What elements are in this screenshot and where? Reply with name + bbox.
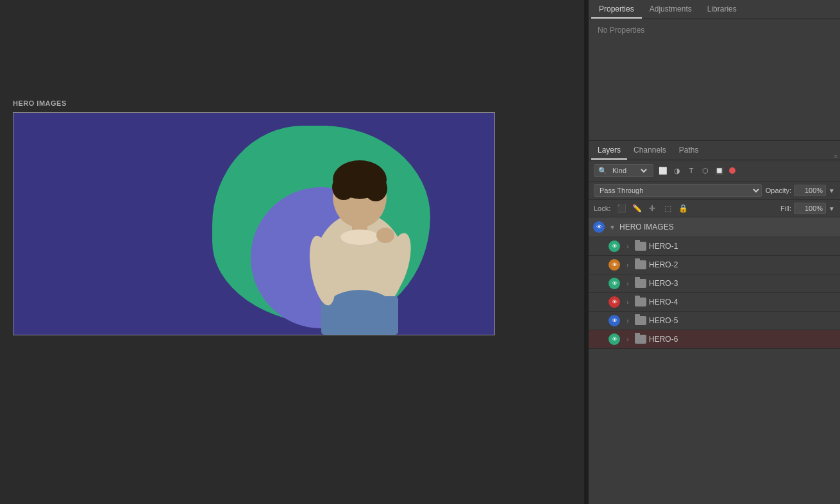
visibility-toggle-hero-3[interactable]: 👁 — [608, 277, 621, 290]
blend-opacity-row: Pass Through Normal Multiply Screen Over… — [589, 181, 840, 200]
eye-indicator: 👁 — [609, 333, 620, 345]
layer-group-name: HERO IMAGES — [619, 223, 836, 231]
folder-icon — [635, 298, 646, 307]
filter-search-group: 🔍 Kind Name Effect Mode Attribute Color — [594, 164, 653, 177]
filter-image-icon[interactable]: ⬜ — [657, 165, 669, 176]
visibility-toggle-hero-1[interactable]: 👁 — [608, 240, 621, 253]
layer-expand-chevron[interactable]: › — [623, 279, 632, 288]
visibility-toggle-hero-6[interactable]: 👁 — [608, 333, 621, 346]
layer-group-hero-images[interactable]: 👁 ▼ HERO IMAGES — [589, 217, 840, 237]
visibility-toggle-hero-5[interactable]: 👁 — [608, 314, 621, 327]
person-figure — [276, 136, 443, 335]
filter-icons-group: ⬜ ◑ T ⬡ 🔲 — [657, 165, 735, 176]
svg-point-11 — [376, 228, 394, 243]
folder-icon — [635, 335, 646, 344]
layer-name-hero-3: HERO-3 — [649, 279, 836, 288]
search-icon: 🔍 — [598, 167, 607, 175]
canvas-frame — [13, 112, 495, 335]
svg-point-4 — [364, 176, 387, 201]
layer-item-hero-6[interactable]: 👁 › HERO-6 — [589, 330, 840, 349]
fill-chevron-icon[interactable]: ▼ — [828, 205, 835, 212]
visibility-toggle-hero-images[interactable]: 👁 — [592, 221, 605, 233]
tab-layers[interactable]: Layers — [591, 142, 627, 160]
filter-smart-icon[interactable]: 🔲 — [714, 165, 725, 176]
lock-fill-row: Lock: ⬛ ✏️ ✛ ⬚ 🔒 Fill: ▼ — [589, 200, 840, 217]
layer-name-hero-6: HERO-6 — [649, 335, 836, 344]
filter-text-icon[interactable]: T — [685, 165, 697, 176]
opacity-group: Opacity: ▼ — [766, 185, 835, 196]
right-panel: Properties Adjustments Libraries No Prop… — [588, 0, 840, 504]
canvas-label: HERO IMAGES — [13, 99, 571, 107]
layer-name-hero-2: HERO-2 — [649, 260, 836, 269]
opacity-input[interactable] — [794, 185, 826, 196]
no-properties-text: No Properties — [598, 26, 644, 35]
eye-indicator: 👁 — [593, 221, 605, 233]
layer-item-hero-4[interactable]: 👁 › HERO-4 — [589, 293, 840, 312]
layer-name-hero-4: HERO-4 — [649, 298, 836, 307]
lock-icons-group: ⬛ ✏️ ✛ ⬚ 🔒 — [616, 203, 689, 214]
layer-expand-chevron[interactable]: › — [623, 242, 632, 251]
eye-indicator: 👁 — [609, 259, 620, 271]
folder-icon — [635, 316, 646, 325]
blend-mode-select[interactable]: Pass Through Normal Multiply Screen Over… — [594, 184, 762, 197]
eye-indicator: 👁 — [609, 315, 620, 326]
lock-pixels-icon[interactable]: ⬛ — [616, 203, 627, 214]
layer-item-hero-1[interactable]: 👁 › HERO-1 — [589, 237, 840, 256]
svg-point-3 — [332, 174, 355, 200]
lock-artboard-icon[interactable]: ⬚ — [662, 203, 673, 214]
lock-label: Lock: — [594, 205, 610, 212]
kind-filter-select[interactable]: Kind Name Effect Mode Attribute Color — [610, 166, 649, 175]
layers-list: 👁 ▼ HERO IMAGES 👁 › HERO-1 — [589, 217, 840, 504]
canvas-area: HERO IMAGES — [0, 0, 584, 504]
properties-section: Properties Adjustments Libraries No Prop… — [589, 0, 840, 141]
layer-item-hero-3[interactable]: 👁 › HERO-3 — [589, 274, 840, 293]
layer-item-hero-5[interactable]: 👁 › HERO-5 — [589, 312, 840, 330]
svg-point-6 — [340, 230, 379, 245]
layers-tab-bar: Layers Channels Paths ≡ — [589, 141, 840, 160]
opacity-label: Opacity: — [766, 187, 791, 194]
tab-libraries[interactable]: Libraries — [700, 1, 744, 19]
opacity-chevron-icon[interactable]: ▼ — [828, 187, 835, 194]
panel-menu-icon[interactable]: ≡ — [834, 153, 837, 160]
tab-paths[interactable]: Paths — [673, 142, 705, 160]
tab-channels[interactable]: Channels — [627, 142, 673, 160]
layers-panel: Layers Channels Paths ≡ 🔍 Kind Name Effe… — [589, 141, 840, 504]
filter-adjustment-icon[interactable]: ◑ — [671, 165, 683, 176]
lock-position-icon[interactable]: ✛ — [646, 203, 658, 214]
layer-expand-chevron[interactable]: › — [623, 335, 632, 344]
group-expand-chevron[interactable]: ▼ — [608, 223, 617, 231]
visibility-toggle-hero-2[interactable]: 👁 — [608, 258, 621, 271]
layer-expand-chevron[interactable]: › — [623, 316, 632, 325]
fill-group: Fill: ▼ — [780, 203, 835, 214]
filter-shape-icon[interactable]: ⬡ — [700, 165, 711, 176]
fill-input[interactable] — [794, 203, 826, 214]
tab-properties[interactable]: Properties — [591, 1, 642, 19]
eye-indicator: 👁 — [609, 278, 620, 289]
top-tab-bar: Properties Adjustments Libraries — [589, 0, 840, 19]
folder-icon — [635, 260, 646, 269]
eye-indicator: 👁 — [609, 240, 620, 252]
person-svg — [276, 136, 443, 335]
fill-label: Fill: — [780, 205, 791, 212]
layer-name-hero-5: HERO-5 — [649, 316, 836, 325]
filter-active-indicator — [729, 167, 735, 174]
tab-adjustments[interactable]: Adjustments — [642, 1, 700, 19]
folder-icon — [635, 242, 646, 251]
svg-rect-8 — [321, 296, 398, 335]
lock-all-icon[interactable]: 🔒 — [677, 203, 689, 214]
layer-name-hero-1: HERO-1 — [649, 242, 836, 251]
layer-expand-chevron[interactable]: › — [623, 260, 632, 269]
layer-item-hero-2[interactable]: 👁 › HERO-2 — [589, 256, 840, 274]
folder-icon — [635, 279, 646, 288]
layer-expand-chevron[interactable]: › — [623, 298, 632, 307]
filter-row: 🔍 Kind Name Effect Mode Attribute Color … — [589, 160, 840, 181]
eye-indicator: 👁 — [609, 296, 620, 308]
lock-image-icon[interactable]: ✏️ — [631, 203, 643, 214]
properties-content: No Properties — [589, 19, 840, 141]
visibility-toggle-hero-4[interactable]: 👁 — [608, 296, 621, 308]
